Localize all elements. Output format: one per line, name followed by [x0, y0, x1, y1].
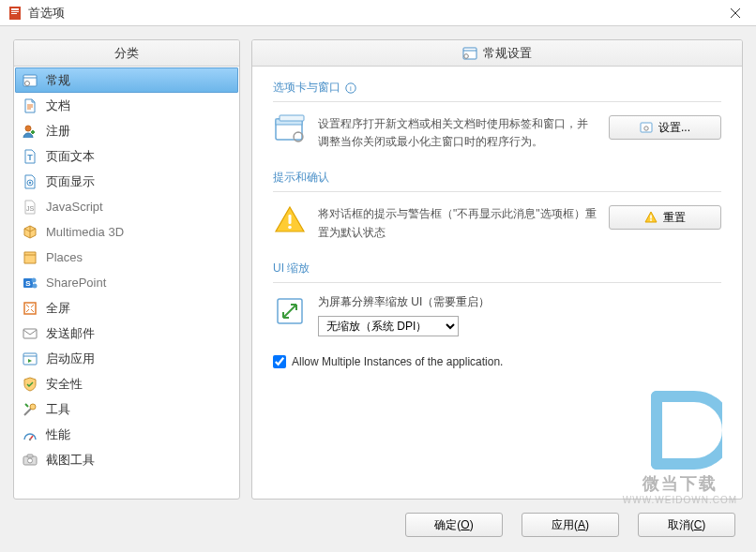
svg-rect-13	[23, 353, 37, 365]
cancel-button[interactable]: 取消(C)	[638, 513, 735, 537]
info-icon[interactable]: i	[345, 82, 356, 94]
sidebar-item-tools[interactable]: 工具	[15, 396, 238, 422]
sidebar-item-sharepoint[interactable]: SSharePoint	[15, 270, 238, 295]
prompts-reset-button[interactable]: 重置	[609, 205, 721, 230]
section-prompts-desc: 将对话框的提示与警告框（"不再显示此消息"选项框）重置为默认状态	[318, 203, 597, 241]
main-body: 选项卡与窗口 i 设置程序打开新文档或相关文档时使用标签和窗口，并调整当你关闭或…	[252, 67, 742, 499]
sidebar-item-js[interactable]: JSJavaScript	[15, 194, 238, 219]
section-prompts-title: 提示和确认	[273, 170, 721, 186]
general-icon	[22, 72, 38, 89]
fullscreen-icon	[22, 300, 38, 317]
sidebar-item-label: 注册	[46, 123, 70, 140]
mm3d-icon	[22, 224, 38, 241]
sidebar-item-label: JavaScript	[46, 200, 103, 214]
sidebar-item-label: 截图工具	[46, 452, 95, 469]
svg-point-32	[650, 219, 652, 221]
svg-point-10	[33, 283, 38, 288]
sharepoint-icon: S	[22, 275, 38, 291]
section-ui-scale-title: UI 缩放	[273, 261, 721, 276]
svg-point-15	[29, 438, 31, 440]
sidebar-item-label: 发送邮件	[46, 325, 95, 342]
snapshot-icon	[22, 452, 38, 469]
pagedisplay-icon	[22, 173, 38, 190]
sidebar-item-label: 启动应用	[46, 351, 95, 367]
sidebar-item-pagedisplay[interactable]: 页面显示	[15, 169, 238, 194]
ok-button[interactable]: 确定(O)	[405, 513, 503, 537]
section-prompts: 提示和确认 将对话框的提示与警告框（"不再显示此消息"选项框）重置为默认状态 重…	[273, 170, 721, 241]
gear-icon	[640, 121, 653, 134]
allow-multi-label[interactable]: Allow Multiple Instances of the applicat…	[292, 355, 503, 368]
warning-small-icon	[644, 211, 658, 224]
pagetext-icon: T	[22, 148, 38, 165]
content: 分类 常规文档注册T页面文本页面显示JSJavaScriptMultimedia…	[0, 26, 756, 552]
settings-icon	[462, 46, 477, 61]
svg-point-5	[29, 181, 31, 183]
warning-icon	[273, 203, 307, 237]
tools-icon	[22, 401, 38, 418]
sidebar-header-label: 分类	[114, 45, 139, 62]
sidebar-item-places[interactable]: Places	[15, 245, 238, 270]
tabs-settings-button-label: 设置...	[658, 120, 690, 136]
scale-icon	[273, 294, 307, 328]
sidebar-item-label: 常规	[46, 72, 70, 89]
apply-button[interactable]: 应用(A)	[522, 513, 619, 537]
svg-text:i: i	[350, 84, 352, 93]
titlebar: 首选项	[0, 0, 756, 26]
register-icon	[22, 123, 38, 140]
sidebar-panel: 分类 常规文档注册T页面文本页面显示JSJavaScriptMultimedia…	[13, 39, 240, 500]
svg-rect-17	[27, 455, 33, 457]
sidebar-item-security[interactable]: 安全性	[15, 371, 238, 396]
svg-rect-29	[289, 215, 292, 224]
app-icon	[8, 6, 23, 21]
sidebar-item-performance[interactable]: 性能	[15, 422, 238, 447]
svg-rect-19	[463, 48, 476, 59]
svg-point-14	[30, 404, 36, 410]
sidebar-header: 分类	[14, 40, 239, 67]
sidebar-item-label: Multimedia 3D	[46, 225, 124, 239]
sidebar-item-fullscreen[interactable]: 全屏	[15, 295, 238, 321]
svg-text:JS: JS	[26, 205, 35, 212]
allow-multi-checkbox[interactable]	[273, 355, 286, 368]
ui-scale-select[interactable]: 无缩放（系统 DPI）	[318, 316, 459, 336]
places-icon	[22, 249, 38, 266]
document-icon	[22, 97, 38, 114]
tabs-settings-button[interactable]: 设置...	[609, 115, 721, 140]
svg-text:S: S	[25, 279, 31, 288]
svg-rect-11	[24, 303, 36, 314]
section-ui-scale: UI 缩放 为屏幕分辨率缩放 UI（需要重启） 无缩放（系统 DPI）	[273, 261, 721, 336]
svg-rect-25	[280, 115, 304, 121]
sidebar-item-document[interactable]: 文档	[15, 93, 238, 118]
sidebar-item-label: 全屏	[46, 300, 70, 317]
sidebar-item-mail[interactable]: 发送邮件	[15, 321, 238, 346]
sidebar-item-launch[interactable]: 启动应用	[15, 346, 238, 371]
sidebar-item-label: Places	[46, 250, 83, 264]
sidebar-item-mm3d[interactable]: Multimedia 3D	[15, 219, 238, 245]
main-header-label: 常规设置	[483, 45, 532, 62]
svg-point-30	[288, 226, 292, 230]
svg-rect-31	[650, 216, 652, 219]
window-title: 首选项	[28, 5, 748, 22]
svg-text:T: T	[27, 153, 33, 162]
sidebar-item-pagetext[interactable]: T页面文本	[15, 143, 238, 169]
window-close-button[interactable]	[715, 0, 756, 26]
js-icon: JS	[22, 199, 38, 216]
launch-icon	[22, 351, 38, 367]
allow-multi-row: Allow Multiple Instances of the applicat…	[273, 355, 721, 368]
prompts-reset-button-label: 重置	[663, 210, 686, 226]
svg-point-2	[25, 126, 31, 131]
tabs-windows-icon	[273, 113, 307, 147]
sidebar-item-register[interactable]: 注册	[15, 118, 238, 143]
ui-scale-label: 为屏幕分辨率缩放 UI（需要重启）	[318, 294, 490, 310]
sidebar-item-label: 文档	[46, 97, 70, 114]
svg-rect-12	[23, 329, 37, 338]
sidebar-item-label: 性能	[46, 426, 70, 443]
performance-icon	[22, 426, 38, 443]
sidebar-item-label: 工具	[46, 401, 70, 418]
sidebar-item-general[interactable]: 常规	[15, 67, 238, 93]
main-header: 常规设置	[252, 40, 742, 67]
sidebar-item-label: 页面显示	[46, 173, 95, 190]
section-tabs-title: 选项卡与窗口	[273, 81, 340, 94]
sidebar-item-snapshot[interactable]: 截图工具	[15, 447, 238, 472]
section-tabs-windows: 选项卡与窗口 i 设置程序打开新文档或相关文档时使用标签和窗口，并调整当你关闭或…	[273, 80, 721, 151]
sidebar-list[interactable]: 常规文档注册T页面文本页面显示JSJavaScriptMultimedia 3D…	[14, 67, 239, 499]
